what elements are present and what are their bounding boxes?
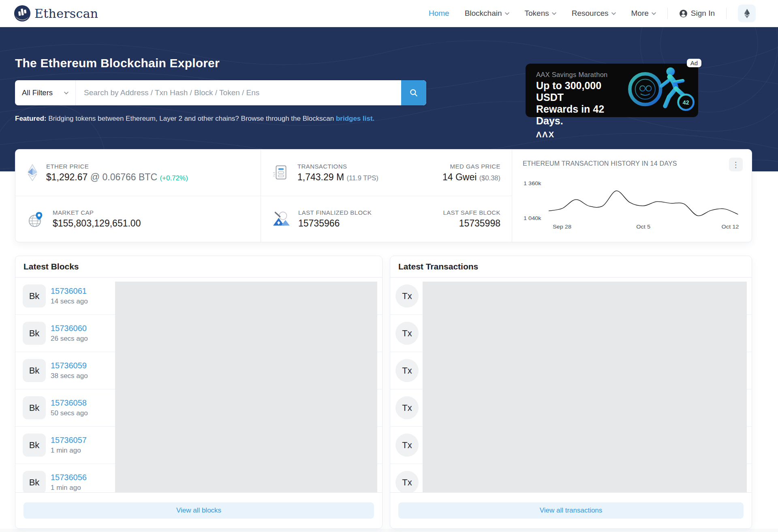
sign-in-button[interactable]: Sign In bbox=[679, 9, 715, 18]
finalized-block-stat: LAST FINALIZED BLOCK 15735966 LAST SAFE … bbox=[261, 196, 512, 242]
transaction-badge: Tx bbox=[395, 434, 419, 457]
latest-blocks-panel: Latest Blocks Bk 15736061 14 secs ago Bk… bbox=[15, 256, 383, 529]
latest-blocks-title: Latest Blocks bbox=[15, 256, 382, 278]
block-number-link[interactable]: 15736056 bbox=[51, 473, 87, 482]
brand-name: Etherscan bbox=[34, 6, 98, 21]
latest-transactions-panel: Latest Transactions Tx Tx Tx Tx Tx bbox=[390, 256, 752, 529]
finalized-block-icon bbox=[272, 210, 290, 228]
transaction-history-chart: ETHEREUM TRANSACTION HISTORY IN 14 DAYS … bbox=[512, 150, 752, 242]
search-input[interactable] bbox=[76, 80, 401, 105]
stats-col-network: TRANSACTIONS 1,743.29 M (11.9 TPS) MED G… bbox=[261, 150, 512, 242]
safe-block-stat: LAST SAFE BLOCK 15735998 bbox=[443, 209, 500, 229]
transaction-badge: Tx bbox=[395, 471, 419, 492]
block-age: 1 min ago bbox=[51, 447, 87, 455]
nav-blockchain[interactable]: Blockchain bbox=[465, 9, 509, 18]
page-bottom-strip bbox=[0, 529, 778, 532]
loading-skeleton bbox=[115, 282, 377, 492]
transactions-stat: TRANSACTIONS 1,743.29 M (11.9 TPS) MED G… bbox=[261, 150, 512, 196]
ether-price-stat: ETHER PRICE $1,292.67 @ 0.06766 BTC (+0.… bbox=[15, 150, 261, 196]
transactions-label: TRANSACTIONS bbox=[297, 163, 378, 170]
chevron-down-icon bbox=[552, 12, 556, 15]
aax-logo: ΛΛX bbox=[536, 130, 625, 139]
block-number-link[interactable]: 15736059 bbox=[51, 361, 88, 370]
y-tick-min: 1 040k bbox=[524, 216, 541, 221]
ether-diamond-icon bbox=[27, 163, 38, 182]
etherscan-logo[interactable]: Etherscan bbox=[14, 5, 98, 22]
safe-block-value: 15735998 bbox=[443, 218, 500, 229]
chevron-down-icon bbox=[611, 12, 616, 15]
ethereum-icon bbox=[744, 9, 750, 18]
market-cap-value: $155,803,129,651.00 bbox=[53, 218, 141, 229]
block-number-link[interactable]: 15736061 bbox=[51, 286, 88, 296]
loading-skeleton bbox=[423, 282, 747, 492]
block-badge: Bk bbox=[23, 396, 46, 419]
latest-transactions-title: Latest Transactions bbox=[390, 256, 752, 278]
chevron-down-icon bbox=[652, 12, 656, 15]
finalized-block-label: LAST FINALIZED BLOCK bbox=[298, 209, 372, 216]
ad-copy: AAX Savings Marathon Up to 300,000 USDT … bbox=[526, 64, 625, 117]
finalized-block-value: 15735966 bbox=[298, 218, 372, 229]
transaction-history-line bbox=[549, 191, 738, 216]
nav-home[interactable]: Home bbox=[429, 9, 449, 18]
block-badge: Bk bbox=[23, 322, 46, 345]
nav-resources[interactable]: Resources bbox=[572, 9, 616, 18]
ad-banner[interactable]: AAX Savings Marathon Up to 300,000 USDT … bbox=[526, 64, 698, 117]
x-tick-1: Oct 5 bbox=[636, 224, 650, 230]
svg-text:42: 42 bbox=[683, 99, 689, 106]
block-age: 50 secs ago bbox=[51, 409, 88, 417]
nav-tokens[interactable]: Tokens bbox=[525, 9, 556, 18]
kebab-menu-icon[interactable]: ⋮ bbox=[729, 158, 743, 171]
x-tick-2: Oct 12 bbox=[722, 224, 739, 230]
stats-col-price: ETHER PRICE $1,292.67 @ 0.06766 BTC (+0.… bbox=[15, 150, 261, 242]
chart-title: ETHEREUM TRANSACTION HISTORY IN 14 DAYS bbox=[523, 158, 677, 167]
view-all-transactions-button[interactable]: View all transactions bbox=[398, 502, 744, 519]
y-tick-max: 1 360k bbox=[524, 181, 541, 186]
transactions-value: 1,743.29 M (11.9 TPS) bbox=[297, 172, 378, 183]
market-cap-stat: MARKET CAP $155,803,129,651.00 bbox=[15, 196, 261, 242]
med-gas-label: MED GAS PRICE bbox=[442, 163, 500, 170]
nav-divider bbox=[726, 8, 727, 19]
block-number-link[interactable]: 15736058 bbox=[51, 398, 88, 408]
view-all-blocks-button[interactable]: View all blocks bbox=[24, 502, 374, 519]
transaction-badge: Tx bbox=[395, 396, 419, 419]
block-badge: Bk bbox=[23, 434, 46, 457]
search-filter-dropdown[interactable]: All Filters bbox=[15, 80, 76, 105]
network-selector-button[interactable] bbox=[738, 4, 756, 22]
featured-label: Featured: bbox=[15, 115, 46, 122]
search-button[interactable] bbox=[401, 80, 426, 105]
transactions-list: Tx Tx Tx Tx Tx Tx bbox=[390, 278, 752, 492]
chevron-down-icon bbox=[64, 92, 68, 94]
chevron-down-icon bbox=[505, 12, 509, 15]
block-number-link[interactable]: 15736057 bbox=[51, 436, 87, 445]
transactions-list-icon bbox=[272, 164, 289, 181]
blocks-list: Bk 15736061 14 secs ago Bk 15736060 26 s… bbox=[15, 278, 382, 492]
person-circle-icon bbox=[679, 9, 688, 18]
block-badge: Bk bbox=[23, 359, 46, 382]
ether-price-label: ETHER PRICE bbox=[46, 163, 188, 170]
block-age: 14 secs ago bbox=[51, 297, 88, 306]
transaction-badge: Tx bbox=[395, 359, 419, 382]
price-change: (+0.72%) bbox=[160, 174, 188, 182]
ether-price-value: $1,292.67 @ 0.06766 BTC (+0.72%) bbox=[46, 172, 188, 183]
market-cap-label: MARKET CAP bbox=[53, 209, 141, 216]
top-navbar: Etherscan Home Blockchain Tokens Resourc… bbox=[0, 0, 778, 27]
main-nav: Home Blockchain Tokens Resources More bbox=[429, 4, 756, 22]
block-number-link[interactable]: 15736060 bbox=[51, 324, 88, 333]
overview-stats-card: ETHER PRICE $1,292.67 @ 0.06766 BTC (+0.… bbox=[15, 149, 752, 242]
etherscan-logo-icon bbox=[14, 5, 31, 22]
block-badge: Bk bbox=[23, 284, 46, 308]
safe-block-label: LAST SAFE BLOCK bbox=[443, 209, 500, 216]
transaction-badge: Tx bbox=[395, 322, 419, 345]
ad-label: Ad bbox=[687, 59, 701, 67]
med-gas-stat: MED GAS PRICE 14 Gwei ($0.38) bbox=[442, 163, 500, 183]
line-chart: 1 360k 1 040k Sep 28 Oct 5 Oct 12 bbox=[523, 171, 743, 232]
nav-divider bbox=[667, 8, 668, 19]
block-badge: Bk bbox=[23, 471, 46, 492]
nav-more[interactable]: More bbox=[631, 9, 656, 18]
search-bar: All Filters bbox=[15, 80, 426, 105]
block-age: 26 secs ago bbox=[51, 335, 88, 343]
block-age: 38 secs ago bbox=[51, 372, 88, 380]
ad-runner-graphic: 42 bbox=[625, 64, 698, 117]
bridges-list-link[interactable]: bridges list. bbox=[336, 115, 374, 122]
x-tick-0: Sep 28 bbox=[553, 224, 571, 230]
